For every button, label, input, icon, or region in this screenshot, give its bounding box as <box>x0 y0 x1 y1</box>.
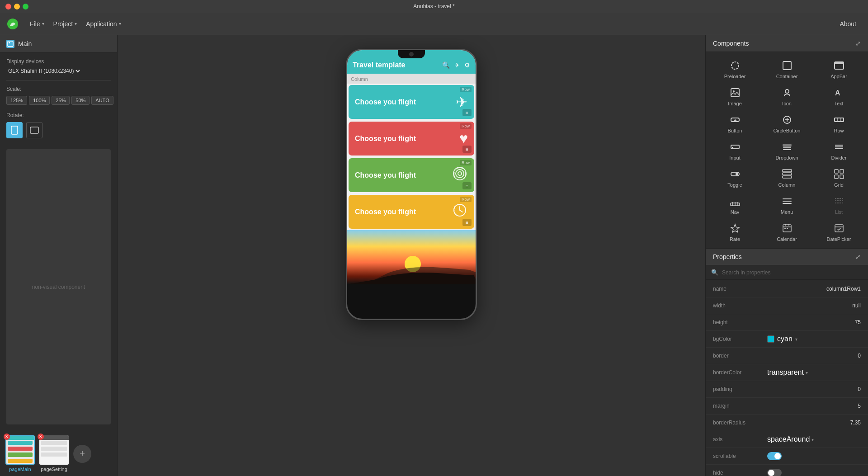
about-button[interactable]: About <box>833 18 863 30</box>
rotate-section: Rotate: <box>0 108 117 143</box>
comp-list[interactable]: List <box>813 191 864 217</box>
prop-scrollable-toggle[interactable] <box>767 452 782 460</box>
prop-margin-row: margin <box>706 399 868 413</box>
comp-menu[interactable]: Menu <box>761 191 812 217</box>
scale-100[interactable]: 100% <box>29 96 50 105</box>
scale-50[interactable]: 50% <box>71 96 90 105</box>
prop-divider-5 <box>706 364 868 364</box>
prop-margin-input[interactable] <box>767 403 861 409</box>
window-title: Anubias - travel * <box>413 3 454 9</box>
components-header: Components ⤢ <box>706 35 868 52</box>
display-devices-label: Display devices <box>6 58 111 65</box>
svg-rect-38 <box>783 170 792 172</box>
components-expand-button[interactable]: ⤢ <box>855 40 861 47</box>
rotate-portrait[interactable] <box>6 122 23 138</box>
menu-project[interactable]: Project ▾ <box>49 18 82 30</box>
phone-row-2-menu[interactable]: ≡ <box>462 146 472 153</box>
page-main-close[interactable]: ✕ <box>4 434 10 440</box>
comp-calendar[interactable]: Calendar <box>761 218 812 245</box>
prop-divider-10 <box>706 448 868 448</box>
page-setting-close[interactable]: ✕ <box>38 434 44 440</box>
comp-button[interactable]: Button <box>709 110 760 136</box>
prop-height-label: height <box>713 319 767 325</box>
properties-search-input[interactable] <box>722 269 863 276</box>
svg-rect-14 <box>835 62 844 64</box>
prop-padding-input[interactable] <box>767 386 861 392</box>
column-icon <box>781 168 793 180</box>
menu-application[interactable]: Application ▾ <box>81 18 126 30</box>
svg-text:A: A <box>835 89 840 97</box>
prop-divider-3 <box>706 330 868 331</box>
comp-appbar[interactable]: AppBar <box>813 56 864 82</box>
comp-row[interactable]: Row <box>813 110 864 136</box>
prop-divider-9 <box>706 431 868 431</box>
comp-input[interactable]: Input <box>709 137 760 163</box>
comp-container-label: Container <box>776 74 798 79</box>
rotate-landscape[interactable] <box>26 122 42 138</box>
prop-divider-4 <box>706 347 868 348</box>
plane-icon[interactable]: ✈ <box>454 61 460 69</box>
menu-file[interactable]: File ▾ <box>25 18 49 30</box>
prop-scrollable-row: scrollable <box>706 449 868 463</box>
comp-circlebutton[interactable]: CircleButton <box>761 110 812 136</box>
appbar-icon <box>833 59 845 72</box>
datepicker-icon <box>833 222 845 235</box>
prop-divider-7 <box>706 397 868 398</box>
phone-row-3-menu[interactable]: ≡ <box>462 182 472 189</box>
phone-row-1[interactable]: Choose you flight ✈ Row ≡ <box>349 85 474 119</box>
right-panel: Components ⤢ Preloader Container <box>705 35 868 476</box>
comp-datepicker[interactable]: DatePicker <box>813 218 864 245</box>
scale-25[interactable]: 25% <box>52 96 70 105</box>
comp-row-label: Row <box>834 128 844 133</box>
phone-row-4[interactable]: Choose you flight Row ≡ <box>349 195 474 229</box>
comp-image-label: Image <box>728 101 742 106</box>
components-grid: Preloader Container AppBar <box>706 52 868 249</box>
page-thumb-setting[interactable]: ✕ pageSetting <box>39 435 69 472</box>
phone-row-3[interactable]: Choose you flight Row <box>349 158 474 192</box>
prop-divider-8 <box>706 414 868 415</box>
comp-icon[interactable]: Icon <box>761 83 812 109</box>
comp-divider[interactable]: Divider <box>813 137 864 163</box>
comp-nav[interactable]: Nav <box>709 191 760 217</box>
add-page-button[interactable]: + <box>73 445 91 463</box>
settings-icon[interactable]: ⚙ <box>464 61 470 69</box>
comp-container[interactable]: Container <box>761 56 812 82</box>
phone-row-1-menu[interactable]: ≡ <box>462 109 472 116</box>
circlebutton-icon <box>781 113 793 126</box>
menu-bar: File ▾ Project ▾ Application ▾ About <box>0 13 868 35</box>
comp-dropdown[interactable]: Dropdown <box>761 137 812 163</box>
maximize-button[interactable] <box>23 4 28 9</box>
comp-column[interactable]: Column <box>761 164 812 190</box>
axis-dropdown-arrow: ▾ <box>811 437 814 442</box>
prop-border-input[interactable] <box>767 353 861 359</box>
close-button[interactable] <box>5 4 11 9</box>
prop-bgcolor-row: bgColor cyan ▾ <box>706 332 868 346</box>
prop-scrollable-label: scrollable <box>713 453 767 459</box>
comp-preloader[interactable]: Preloader <box>709 56 760 82</box>
prop-borderradius-input[interactable] <box>767 419 861 426</box>
scale-125[interactable]: 125% <box>6 96 27 105</box>
comp-rate[interactable]: Rate <box>709 218 760 245</box>
comp-grid[interactable]: Grid <box>813 164 864 190</box>
prop-bgcolor-text: cyan <box>777 335 793 343</box>
phone-row-4-text: Choose you flight <box>355 208 416 216</box>
search-icon[interactable]: 🔍 <box>442 61 450 69</box>
scale-auto[interactable]: AUTO <box>91 96 113 105</box>
phone-row-4-menu[interactable]: ≡ <box>462 219 472 226</box>
prop-bordercolor-row: borderColor transparent ▾ <box>706 365 868 380</box>
page-thumb-main[interactable]: ✕ pageMain <box>5 435 35 472</box>
svg-rect-32 <box>783 149 791 150</box>
phone-row-2[interactable]: Choose you flight ♥ Row ≡ <box>349 122 474 156</box>
svg-rect-12 <box>783 61 791 70</box>
color-swatch[interactable] <box>767 335 774 343</box>
properties-expand-button[interactable]: ⤢ <box>855 253 861 260</box>
comp-toggle[interactable]: Toggle <box>709 164 760 190</box>
prop-hide-toggle[interactable] <box>767 469 782 476</box>
minimize-button[interactable] <box>14 4 20 9</box>
comp-text[interactable]: A Text <box>813 83 864 109</box>
svg-rect-44 <box>840 175 844 179</box>
device-select[interactable]: GLX Shahin II (1080x2340) <box>6 67 81 75</box>
prop-height-input[interactable] <box>767 319 861 325</box>
comp-image[interactable]: Image <box>709 83 760 109</box>
comp-button-label: Button <box>728 128 742 133</box>
